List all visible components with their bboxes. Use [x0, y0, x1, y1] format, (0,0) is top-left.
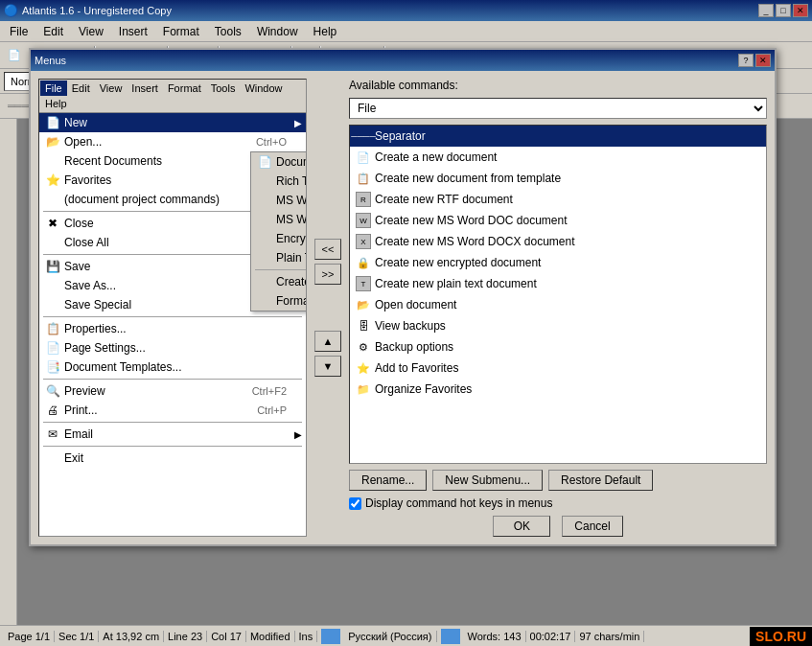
cmd-create-rtf[interactable]: R Create new RTF document [350, 189, 766, 210]
cmd-new-doc-icon: 📄 [356, 150, 371, 165]
open-icon: 📂 [45, 134, 60, 150]
menu-item-doc-templates[interactable]: 📑 Document Templates... [39, 358, 306, 377]
menu-header-help[interactable]: Help [40, 96, 72, 111]
maximize-button[interactable]: □ [776, 4, 791, 17]
menu-item-exit[interactable]: Exit [39, 449, 306, 468]
menu-item-preview-label: Preview [64, 384, 105, 398]
new-sub-doc-label: MS Word (DOC) [276, 194, 307, 207]
new-submenu-arrow: ▶ [294, 118, 302, 128]
new-doc-icon: 📄 [257, 154, 272, 170]
menu-item-save-special-label: Save Special [64, 298, 131, 311]
commands-filter-select[interactable]: File [349, 98, 767, 119]
cancel-button[interactable]: Cancel [562, 516, 622, 537]
menu-item-page-settings[interactable]: 📄 Page Settings... [39, 338, 306, 358]
cmd-create-doc-label: Create new MS Word DOC document [375, 214, 568, 227]
cmd-create-doc[interactable]: W Create new MS Word DOC document [350, 210, 766, 231]
menu-help[interactable]: Help [306, 21, 345, 41]
arrow-down-btn[interactable]: ▼ [314, 356, 341, 377]
menu-item-email[interactable]: ✉ Email ▶ [39, 425, 306, 444]
slo-badge: SLO.RU [750, 627, 812, 646]
menu-file[interactable]: File [2, 21, 35, 41]
menu-insert[interactable]: Insert [111, 21, 155, 41]
new-sub-template[interactable]: Create From Template... [251, 272, 307, 291]
cmd-view-backups[interactable]: 🗄 View backups [350, 315, 766, 336]
menu-item-open[interactable]: 📂 Open... Ctrl+O [39, 132, 306, 151]
new-sub-docx[interactable]: MS Word (DOCX) [251, 210, 307, 229]
cmd-separator-label: Separator [375, 129, 426, 143]
open-shortcut: Ctrl+O [256, 136, 287, 148]
menu-edit[interactable]: Edit [35, 21, 71, 41]
ok-cancel-row: OK Cancel [349, 516, 767, 537]
cmd-open-icon: 📂 [356, 297, 371, 312]
menu-item-preview[interactable]: 🔍 Preview Ctrl+F2 [39, 381, 306, 401]
dialog-content: File Edit View Insert Format Tools Windo… [31, 71, 775, 544]
cmd-separator[interactable]: ──── Separator [350, 126, 766, 147]
arrow-up-btn[interactable]: ▲ [314, 331, 341, 352]
status-icon [321, 629, 340, 644]
new-sub-txt[interactable]: Plain Text (TXT) [251, 248, 307, 267]
menu-item-properties[interactable]: 📋 Properties... [39, 319, 306, 338]
menu-item-email-label: Email [64, 427, 93, 441]
cmd-doc-icon: W [356, 213, 371, 228]
cmd-open-doc[interactable]: 📂 Open document [350, 294, 766, 315]
menu-header-tools[interactable]: Tools [206, 81, 241, 96]
close-all-icon [45, 235, 60, 250]
arrow-left-btn[interactable]: >> [314, 264, 341, 285]
status-page: Page 1/1 [4, 631, 55, 642]
cmd-add-favorites[interactable]: ⭐ Add to Favorites [350, 358, 766, 379]
favorites-icon: ⭐ [45, 173, 60, 188]
cmd-create-docx[interactable]: X Create new MS Word DOCX document [350, 231, 766, 252]
new-submenu-button[interactable]: New Submenu... [432, 470, 543, 491]
cmd-create-new[interactable]: 📄 Create a new document [350, 147, 766, 168]
properties-icon: 📋 [45, 321, 60, 336]
new-sub-formats[interactable]: Formats & Templates... [251, 291, 307, 311]
status-ins: Ins [295, 631, 318, 642]
menu-item-save-label: Save [64, 260, 90, 273]
menu-tools[interactable]: Tools [207, 21, 249, 41]
cmd-org-fav-icon: 📁 [356, 381, 371, 397]
new-sub-doc[interactable]: MS Word (DOC) [251, 191, 307, 210]
menu-header-view[interactable]: View [95, 81, 128, 96]
new-sub-cod[interactable]: Encrypted (COD) [251, 229, 307, 248]
dialog-help-btn[interactable]: ? [738, 54, 754, 67]
hotkeys-checkbox[interactable] [349, 497, 361, 510]
status-bar: Page 1/1 Sec 1/1 At 13,92 cm Line 23 Col… [0, 625, 812, 646]
restore-default-button[interactable]: Restore Default [548, 470, 653, 491]
formats-icon [257, 293, 272, 309]
menu-header-insert[interactable]: Insert [127, 81, 163, 96]
arrow-right-btn[interactable]: << [314, 239, 341, 260]
email-icon: ✉ [45, 427, 60, 442]
cmd-organize-favorites[interactable]: 📁 Organize Favorites [350, 379, 766, 400]
menu-header-file[interactable]: File [40, 81, 67, 96]
new-sub-cod-label: Encrypted (COD) [276, 232, 307, 245]
menu-item-close-all-label: Close All [64, 236, 109, 249]
commands-panel: Available commands: File ──── Separator … [349, 79, 767, 537]
menu-item-new[interactable]: 📄 New ▶ [39, 113, 306, 132]
menu-header-window[interactable]: Window [240, 81, 287, 96]
menu-window[interactable]: Window [249, 21, 306, 41]
cmd-create-enc[interactable]: 🔒 Create new encrypted document [350, 252, 766, 273]
menu-item-doc-templates-label: Document Templates... [64, 360, 182, 374]
ok-button[interactable]: OK [493, 516, 550, 537]
cmd-create-txt[interactable]: T Create new plain text document [350, 273, 766, 294]
menu-view[interactable]: View [71, 21, 111, 41]
cmd-backup-options[interactable]: ⚙ Backup options [350, 336, 766, 358]
cmd-backup-options-label: Backup options [375, 340, 453, 354]
cmd-enc-icon: 🔒 [356, 255, 371, 270]
menu-header-edit[interactable]: Edit [67, 81, 95, 96]
close-button[interactable]: ✕ [793, 4, 808, 17]
cmd-create-template[interactable]: 📋 Create new document from template [350, 168, 766, 189]
dialog-title-controls: ? ✕ [738, 54, 771, 67]
new-doc-btn[interactable]: 📄 [4, 45, 25, 66]
status-position: At 13,92 cm [99, 631, 164, 642]
new-sub-rtf[interactable]: Rich Text Format (RTF) [251, 172, 307, 191]
menu-format[interactable]: Format [155, 21, 207, 41]
menu-item-print[interactable]: 🖨 Print... Ctrl+P [39, 401, 306, 420]
new-sub-document[interactable]: 📄 Document Ctrl+N [251, 152, 307, 172]
dialog-close-btn[interactable]: ✕ [755, 54, 771, 67]
menu-item-open-label: Open... [64, 135, 102, 149]
menu-header-format[interactable]: Format [163, 81, 206, 96]
rename-button[interactable]: Rename... [349, 470, 427, 491]
minimize-button[interactable]: _ [758, 4, 774, 17]
status-col: Col 17 [207, 631, 246, 642]
